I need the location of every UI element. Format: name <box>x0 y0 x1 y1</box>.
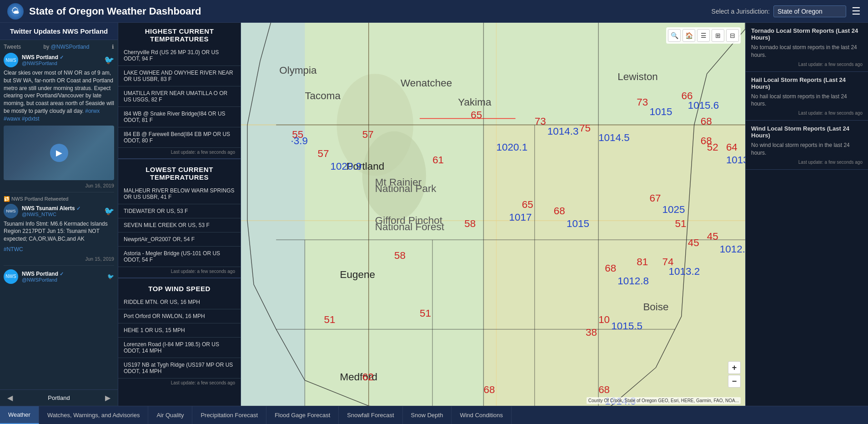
map-area[interactable]: Portland Eugene Medford Yakima Lewiston … <box>241 23 745 406</box>
map-zoom-in-button[interactable]: + <box>728 361 741 374</box>
map-toolbar: 🔍 🏠 ☰ ⊞ ⊟ <box>666 27 741 44</box>
svg-text:Olympia: Olympia <box>279 65 317 76</box>
wind-3[interactable]: HEHE 1 OR US, 15 MPH <box>118 323 241 338</box>
main-content: Twitter Updates NWS Portland Tweets by @… <box>0 23 868 406</box>
wind-reports-section: Wind Local Storm Reports (Last 24 Hours)… <box>746 121 868 170</box>
wind-update: Last update: a few seconds ago <box>118 379 241 387</box>
svg-text:45: 45 <box>688 237 699 248</box>
map-list-button[interactable]: ☰ <box>697 29 710 42</box>
hail-reports-section: Hail Local Storm Reports (Last 24 Hours)… <box>746 72 868 121</box>
jurisdiction-select[interactable]: State of Oregon Multnomah County Lane Co… <box>773 5 846 17</box>
next-location-button[interactable]: ▶ <box>101 392 114 404</box>
tweet-user-1: NWS NWS Portland ✓ @NWSPortland 🐦 <box>4 53 114 67</box>
right-panel: Tornado Local Storm Reports (Last 24 Hou… <box>745 23 868 406</box>
highest-temp-1[interactable]: Cherryville Rd (US 26 MP 31.0) OR US ODO… <box>118 45 241 66</box>
tweet-feed-header: Tweets by @NWSPortland ℹ <box>4 44 114 50</box>
page-title: State of Oregon Weather Dashboard <box>29 5 712 17</box>
svg-text:National Forest: National Forest <box>375 221 445 232</box>
map-grid-small-button[interactable]: ⊞ <box>712 29 724 42</box>
lowest-temp-2[interactable]: TIDEWATER OR US, 53 F <box>118 204 241 218</box>
tab-air-quality[interactable]: Air Quality <box>148 406 192 424</box>
tweet-image-1[interactable]: ▶ <box>4 126 114 180</box>
tornado-reports-section: Tornado Local Storm Reports (Last 24 Hou… <box>746 23 868 72</box>
lowest-temp-4[interactable]: NewprtAir_OR2007 OR, 54 F <box>118 232 241 247</box>
highest-temp-5[interactable]: I84 EB @ Farewell Bend(I84 EB MP OR US O… <box>118 127 241 148</box>
tornado-reports-content: No tornado local storm reports in the la… <box>751 44 863 59</box>
tab-snowfall-forecast[interactable]: Snowfall Forecast <box>339 406 402 424</box>
svg-text:81: 81 <box>637 256 648 268</box>
tornado-reports-update: Last update: a few seconds ago <box>751 62 863 67</box>
tweet-share-icon-2[interactable]: 🐦 <box>104 206 114 216</box>
svg-text:68: 68 <box>605 262 616 274</box>
tweet-hashtag-2: #NTWC <box>4 246 114 253</box>
tweet-share-icon-3[interactable]: 🐦 <box>107 273 114 280</box>
svg-text:·3.9: ·3.9 <box>291 135 307 146</box>
tweets-handle[interactable]: @NWSPortland <box>51 44 90 50</box>
tab-flood-gage-forecast[interactable]: Flood Gage Forecast <box>266 406 339 424</box>
tweet-date-2: Jun 15, 2019 <box>4 256 114 262</box>
svg-text:73: 73 <box>535 116 546 127</box>
svg-text:National Park: National Park <box>375 183 437 194</box>
svg-text:52: 52 <box>707 141 718 153</box>
svg-text:68: 68 <box>483 384 495 395</box>
tweet-handle-2[interactable]: @NWS_NTWC <box>22 212 80 217</box>
svg-text:65: 65 <box>471 109 482 121</box>
tweet-name-3: NWS Portland ✓ <box>22 271 64 277</box>
map-search-button[interactable]: 🔍 <box>668 29 681 42</box>
avatar-1: NWS <box>4 53 18 67</box>
tweet-handle-1[interactable]: @NWSPortland <box>22 61 64 66</box>
prev-location-button[interactable]: ◀ <box>4 392 16 404</box>
tweet-date-1: Jun 16, 2019 <box>4 183 114 188</box>
map-zoom-out-button[interactable]: − <box>728 375 741 388</box>
map-home-button[interactable]: 🏠 <box>682 29 695 42</box>
highest-temp-3[interactable]: UMATILLA RIVER NEAR UMATILLA O OR US USG… <box>118 86 241 107</box>
tab-wind-conditions[interactable]: Wind Conditions <box>452 406 512 424</box>
jurisdiction-label: Select a Jurisdiction: <box>712 8 770 15</box>
app-logo: 🌤 <box>7 3 24 20</box>
svg-text:57: 57 <box>362 129 374 140</box>
svg-text:1025: 1025 <box>662 204 685 215</box>
svg-text:68: 68 <box>598 384 610 395</box>
hamburger-menu-icon[interactable]: ☰ <box>852 5 861 17</box>
svg-text:58: 58 <box>464 218 476 229</box>
svg-text:Eugene: Eugene <box>340 269 375 280</box>
map-svg: Portland Eugene Medford Yakima Lewiston … <box>241 23 745 406</box>
tab-precipitation-forecast[interactable]: Precipitation Forecast <box>192 406 266 424</box>
tweet-settings-icon[interactable]: ℹ <box>112 44 114 50</box>
highest-temp-2[interactable]: LAKE OWHEE AND OWYHEE RIVER NEAR OR US U… <box>118 66 241 86</box>
svg-text:1015.5: 1015.5 <box>611 320 642 332</box>
tweet-name-2: NWS Tsunami Alerts ✓ <box>22 205 80 212</box>
left-panel-title: Twitter Updates NWS Portland <box>0 23 118 40</box>
tab-watches-warnings[interactable]: Watches, Warnings, and Advisories <box>39 406 149 424</box>
tab-weather[interactable]: Weather <box>0 406 39 424</box>
wind-4[interactable]: Lorenzen Road (I-84 MP 198.5) OR US ODOT… <box>118 338 241 358</box>
center-panel: HIGHEST CURRENTTEMPERATURES Cherryville … <box>118 23 241 406</box>
tweet-share-icon-1[interactable]: 🐦 <box>104 55 114 65</box>
lowest-temp-5[interactable]: Astoria - Megler Bridge (US-101 OR US OD… <box>118 247 241 267</box>
header: 🌤 State of Oregon Weather Dashboard Sele… <box>0 0 868 23</box>
wind-1[interactable]: RIDDLE MTN. OR US, 16 MPH <box>118 295 241 309</box>
svg-text:1015: 1015 <box>649 106 672 117</box>
map-attribution: County Of Crook, State of Oregon GEO, Es… <box>587 397 741 404</box>
svg-text:68: 68 <box>701 116 712 127</box>
twitter-feed[interactable]: Tweets by @NWSPortland ℹ NWS NWS Portlan… <box>0 40 118 389</box>
play-button-1[interactable]: ▶ <box>50 144 68 162</box>
svg-text:68: 68 <box>554 205 565 217</box>
wind-5[interactable]: US197 NB at Tygh Ridge (US197 MP OR US O… <box>118 358 241 379</box>
map-zoom-controls: + − <box>728 361 741 388</box>
tab-snow-depth[interactable]: Snow Depth <box>403 406 452 424</box>
svg-text:Boise: Boise <box>643 301 668 313</box>
tweet-user-3: NWS NWS Portland ✓ @NWSPortland 🐦 <box>4 269 114 284</box>
map-grid-large-button[interactable]: ⊟ <box>726 29 739 42</box>
highest-temp-4[interactable]: I84 WB @ Snake River Bridge(I84 OR US OD… <box>118 107 241 127</box>
tweet-text-2: Tsunami Info Stmt: M6.6 Kermadec Islands… <box>4 220 114 243</box>
lowest-temp-3[interactable]: SEVEN MILE CREEK OR US, 53 F <box>118 218 241 232</box>
current-location-label: Portland <box>16 394 101 401</box>
tweet-handle-3[interactable]: @NWSPortland <box>22 277 64 283</box>
highest-temps-update: Last update: a few seconds ago <box>118 148 241 156</box>
lowest-temp-1[interactable]: MALHEUR RIVER BELOW WARM SPRINGS OR US U… <box>118 184 241 204</box>
tweets-label: Tweets <box>4 44 21 50</box>
tweets-by: by @NWSPortland <box>44 44 90 50</box>
wind-2[interactable]: Port Orford OR NWLON, 16 MPH <box>118 309 241 323</box>
svg-text:1015.6: 1015.6 <box>688 100 719 111</box>
